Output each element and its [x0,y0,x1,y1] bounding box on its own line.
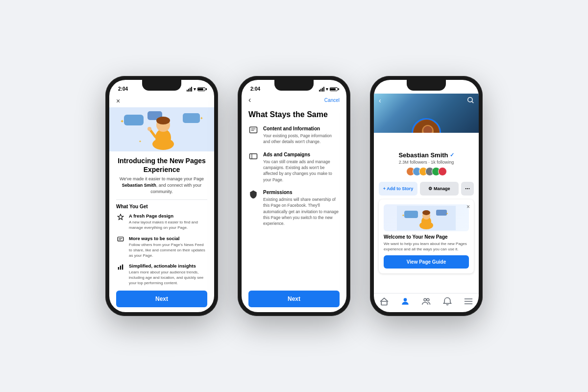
phone-1-subtitle: We've made it easier to manage your Page… [116,176,207,195]
chart-icon [116,263,125,272]
ads-icon [248,152,258,162]
add-to-story-button[interactable]: + Add to Story [379,182,417,196]
notch-2 [274,80,314,91]
profile-followers [379,167,474,176]
feature-text-2: More ways to be social Follow others fro… [129,236,207,259]
profile-avatar [412,118,441,133]
svg-point-43 [427,298,429,301]
phone-2-body: What Stays the Same Content and Informat… [242,107,346,287]
welcome-card: × ✦ ✦ Wel [379,199,474,273]
follower-avatars [406,167,447,176]
feature-title-1: A fresh Page design [129,213,207,219]
battery-icon-1 [197,87,205,91]
nav-menu[interactable] [464,296,473,308]
status-time-2: 2:04 [250,86,260,92]
phone-3-screen: 2:04 ▾ ‹ [374,80,479,312]
phone-3-content: ‹ [374,94,479,312]
svg-rect-23 [250,153,257,159]
feature-desc-1: A new layout makes it easier to find and… [129,220,207,230]
welcome-card-close[interactable]: × [466,203,470,210]
stays-desc-1: Your existing posts, Page information an… [263,133,340,145]
feature-desc-3: Learn more about your audience trends, i… [129,270,207,286]
battery-icon-2 [330,87,338,91]
nav-notifications[interactable] [442,296,452,308]
stays-desc-2: You can still create ads and manage camp… [263,159,340,183]
svg-rect-40 [382,301,388,305]
svg-line-26 [472,101,473,103]
feature-desc-2: Follow others from your Page's News Feed… [129,242,207,259]
cancel-button-2[interactable]: Cancel [324,98,340,103]
notch-1 [142,80,181,91]
wifi-icon-3: ▾ [458,87,461,92]
view-guide-button[interactable]: View Page Guide [384,255,469,269]
stays-text-1: Content and Information Your existing po… [263,126,340,145]
phones-container: 2:04 ▾ × [105,76,483,316]
status-time-3: 2:04 [383,86,392,92]
feature-item-1: A fresh Page design A new layout makes i… [116,213,207,230]
stays-title-2: Ads and Campaigns [263,152,340,157]
stays-title-3: Permissions [263,190,340,195]
signal-icon-1 [187,87,192,92]
svg-point-39 [422,210,430,215]
svg-rect-14 [118,237,123,241]
status-icons-1: ▾ [187,87,205,92]
svg-point-41 [404,298,407,301]
subtitle-end: , and connect with your community. [150,183,201,194]
status-icons-3: ▾ [451,87,470,92]
phone-1-illustration: ✦ ✦ ✦ [109,107,214,151]
phone-2-screen: 2:04 ▾ ‹ Cancel What Stays the [242,80,346,312]
signal-icon-3 [451,87,457,92]
phone-1-nav: × [109,94,214,107]
svg-rect-20 [250,127,257,133]
svg-text:✦: ✦ [200,116,203,121]
back-button-2[interactable]: ‹ [248,96,251,104]
phone-3-actions: + Add to Story ⚙ Manage ··· [374,180,479,197]
svg-point-10 [156,117,170,124]
subtitle-name: Sebastian Smith [122,183,156,188]
feature-text-3: Simplified, actionable insights Learn mo… [129,263,207,286]
notch-3 [407,80,446,91]
phone-1-title: Introducing the New Pages Experience [116,156,207,174]
svg-marker-13 [118,214,123,220]
svg-text:✦: ✦ [139,140,142,143]
next-button-1[interactable]: Next [116,291,207,307]
profile-stats: 2.3M followers · 1k following [379,160,474,165]
more-button[interactable]: ··· [461,182,474,196]
search-button-3[interactable] [467,97,474,105]
divider-1 [116,199,207,200]
phone-3-profile: Sebastian Smith ✓ 2.3M followers · 1k fo… [374,149,479,180]
nav-profile[interactable] [400,296,410,308]
phone-1: 2:04 ▾ × [105,76,218,316]
svg-rect-3 [183,113,200,123]
status-time-1: 2:04 [118,86,128,92]
close-button-1[interactable]: × [116,97,120,105]
back-button-3[interactable]: ‹ [379,97,381,104]
phone-1-screen: 2:04 ▾ × [109,80,214,312]
phone-2-title: What Stays the Same [248,110,340,119]
wifi-icon-2: ▾ [326,87,328,92]
nav-home[interactable] [379,296,389,308]
svg-text:✦: ✦ [446,212,448,215]
welcome-card-desc: We want to help you learn about the new … [384,241,469,252]
manage-button[interactable]: ⚙ Manage [420,182,459,196]
star-icon [116,213,125,222]
stays-title-1: Content and Information [263,126,340,131]
svg-rect-1 [124,115,144,125]
feature-text-1: A fresh Page design A new layout makes i… [129,213,207,230]
svg-text:✦: ✦ [120,119,124,124]
phone-2-nav: ‹ Cancel [242,94,346,107]
stays-desc-3: Existing admins will share ownership of … [263,196,340,227]
bottom-nav [374,293,479,312]
svg-rect-19 [122,265,123,270]
status-icons-2: ▾ [319,87,338,92]
phone-2-content: ‹ Cancel What Stays the Same [242,94,346,312]
feature-title-2: More ways to be social [129,236,207,241]
svg-rect-17 [118,267,119,270]
phone-1-body: Introducing the New Pages Experience We'… [109,151,214,287]
feature-item-3: Simplified, actionable insights Learn mo… [116,263,207,286]
next-button-2[interactable]: Next [248,291,340,307]
stays-item-2: Ads and Campaigns You can still create a… [248,152,340,183]
nav-groups[interactable] [421,296,431,308]
shield-icon [248,190,258,199]
stays-text-3: Permissions Existing admins will share o… [263,190,340,227]
